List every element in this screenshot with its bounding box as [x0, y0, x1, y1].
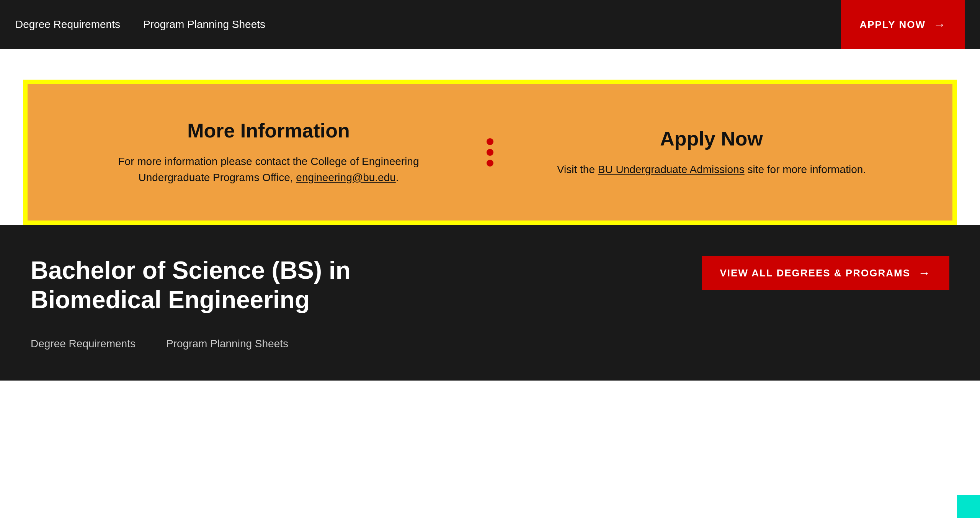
section-divider — [479, 138, 501, 167]
more-information-body: For more information please contact the … — [89, 154, 448, 186]
divider-dot-2 — [487, 149, 493, 156]
more-information-heading: More Information — [89, 119, 448, 142]
apply-now-body: Visit the BU Undergraduate Admissions si… — [532, 162, 891, 178]
arrow-right-icon: → — [933, 18, 946, 32]
email-link[interactable]: engineering@bu.edu — [296, 172, 395, 183]
apply-now-button[interactable]: APPLY NOW → — [841, 0, 965, 49]
arrow-right-icon: → — [918, 266, 931, 280]
info-section-wrapper: More Information For more information pl… — [0, 80, 980, 225]
footer-title-line2: Biomedical Engineering — [31, 286, 310, 314]
white-spacer — [0, 49, 980, 80]
view-all-label: VIEW ALL DEGREES & PROGRAMS — [720, 267, 911, 279]
nav-link-program-planning-sheets[interactable]: Program Planning Sheets — [143, 18, 265, 31]
view-all-degrees-button[interactable]: VIEW ALL DEGREES & PROGRAMS → — [702, 256, 950, 290]
more-information-column: More Information For more information pl… — [58, 119, 479, 186]
cyan-corner-element — [957, 495, 980, 518]
info-columns: More Information For more information pl… — [28, 96, 952, 209]
nav-link-degree-requirements[interactable]: Degree Requirements — [15, 18, 120, 31]
apply-now-heading: Apply Now — [532, 127, 891, 150]
footer-link-degree-requirements[interactable]: Degree Requirements — [31, 338, 136, 350]
footer-top: Bachelor of Science (BS) in Biomedical E… — [31, 256, 949, 315]
divider-dot-3 — [487, 160, 493, 167]
nav-links: Degree Requirements Program Planning She… — [15, 18, 265, 31]
footer-section: Bachelor of Science (BS) in Biomedical E… — [0, 225, 980, 381]
footer-title-line1: Bachelor of Science (BS) in — [31, 257, 351, 284]
footer-link-program-planning-sheets[interactable]: Program Planning Sheets — [166, 338, 288, 350]
apply-now-label: APPLY NOW — [859, 19, 926, 31]
info-section: More Information For more information pl… — [23, 80, 957, 225]
bu-admissions-link[interactable]: BU Undergraduate Admissions — [598, 163, 745, 175]
divider-dot-1 — [487, 138, 493, 145]
footer-links: Degree Requirements Program Planning She… — [31, 338, 949, 350]
footer-program-title: Bachelor of Science (BS) in Biomedical E… — [31, 256, 351, 315]
top-navigation: Degree Requirements Program Planning She… — [0, 0, 980, 49]
apply-now-column: Apply Now Visit the BU Undergraduate Adm… — [501, 127, 922, 178]
